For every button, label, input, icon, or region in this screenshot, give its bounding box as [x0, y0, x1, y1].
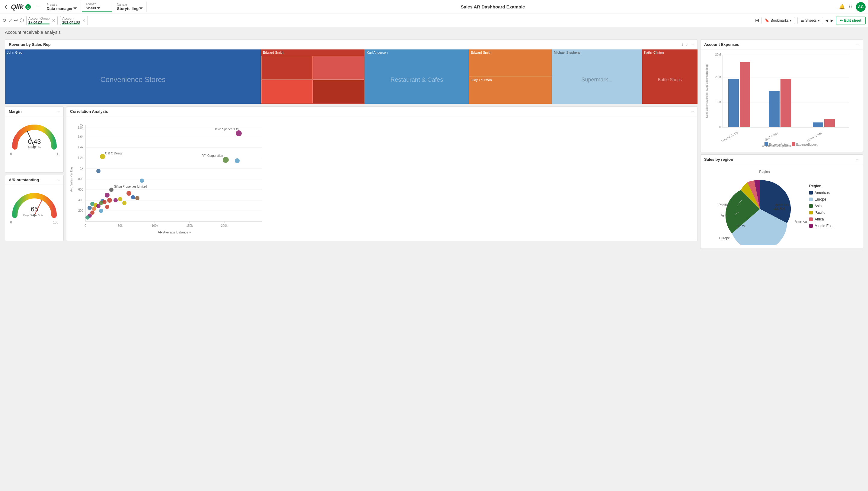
more-icon[interactable]: ···: [691, 42, 694, 47]
scatter-plot[interactable]: Avg Sales Per Day 200 400 600 800: [66, 116, 698, 241]
bell-icon[interactable]: 🔔: [839, 4, 845, 10]
account-group-filter-close[interactable]: ✕: [52, 18, 56, 23]
bookmarks-button[interactable]: 🔖 Bookmarks ▾: [761, 17, 795, 24]
pie-chart-svg: Region: [704, 167, 807, 245]
legend-africa: Africa: [809, 217, 834, 221]
expenses-chart[interactable]: Sum(ExpenseActual), Sum(ExpenseBudget) 0…: [700, 50, 863, 152]
undo-icon[interactable]: ↩: [14, 18, 18, 23]
account-filter-close[interactable]: ✕: [82, 18, 86, 23]
svg-point-73: [85, 215, 90, 220]
more-options-icon[interactable]: ···: [35, 2, 42, 11]
svg-text:600: 600: [78, 188, 83, 191]
nav-next-icon[interactable]: ▶: [831, 19, 833, 23]
sales-region-more-icon[interactable]: ···: [856, 157, 859, 162]
refresh-icon[interactable]: ↺: [2, 18, 6, 23]
expenses-bar-chart-svg: Sum(ExpenseActual), Sum(ExpenseBudget) 0…: [704, 52, 858, 148]
filter-tool-icons: ↺ ⤢ ↩ ⬡: [2, 18, 24, 23]
treemap-segment-karl-anderson[interactable]: Karl Anderson Restaurant & Cafes: [365, 50, 469, 104]
svg-point-44: [100, 154, 105, 159]
svg-text:General Costs: General Costs: [720, 131, 738, 143]
svg-text:Sum(ExpenseActual), Sum(Expens: Sum(ExpenseActual), Sum(ExpenseBudget): [705, 64, 708, 118]
ar-more-icon[interactable]: ···: [57, 178, 60, 182]
svg-text:Other Costs: Other Costs: [807, 132, 822, 142]
expenses-panel-header: Account Expenses ···: [700, 40, 863, 50]
bar-staff-actual[interactable]: [769, 91, 780, 127]
bar-staff-budget[interactable]: [781, 79, 791, 127]
treemap[interactable]: John Greg Convenience Stores Edward Smit…: [5, 50, 698, 104]
bar-general-actual[interactable]: [728, 79, 739, 127]
grid-view-icon[interactable]: ⊞: [755, 18, 759, 23]
sheets-button[interactable]: ☰ Sheets ▾: [797, 17, 823, 24]
bar-other-actual[interactable]: [813, 122, 823, 127]
svg-point-46: [223, 157, 229, 163]
nav-narrate[interactable]: Narrate Storytelling: [113, 2, 147, 12]
svg-point-70: [99, 209, 103, 213]
svg-text:10M: 10M: [715, 100, 721, 104]
svg-text:RFI Corporation: RFI Corporation: [202, 154, 223, 157]
correlation-panel: Correlation Analysis ··· Avg Sales Per D…: [66, 107, 698, 241]
top-navigation: Qlik Q ··· Prepare Data manager Analyze …: [0, 0, 868, 14]
treemap-segment-john-greg[interactable]: John Greg Convenience Stores: [5, 50, 261, 104]
margin-more-icon[interactable]: ···: [57, 110, 60, 114]
svg-text:0.43: 0.43: [28, 138, 41, 145]
expand-icon[interactable]: ⤢: [8, 18, 12, 23]
svg-text:≡ AccountGroupDesc: ≡ AccountGroupDesc: [762, 144, 791, 147]
revenue-panel-icons: ℹ ⤢ ···: [681, 42, 694, 47]
legend-middle-east: Middle East: [809, 224, 834, 228]
scatter-svg: Avg Sales Per Day 200 400 600 800: [69, 119, 268, 239]
svg-point-51: [109, 187, 113, 192]
margin-panel-header: Margin ···: [5, 107, 63, 116]
svg-point-59: [113, 198, 118, 202]
pie-chart-container[interactable]: Region: [704, 167, 807, 246]
correlation-more-icon[interactable]: ···: [691, 110, 694, 114]
svg-text:Americas: Americas: [775, 203, 789, 207]
bar-other-budget[interactable]: [824, 119, 835, 127]
expenses-more-icon[interactable]: ···: [856, 42, 859, 47]
account-group-filter[interactable]: AccountGroup 17 of 23 ✕: [26, 16, 58, 25]
qlik-logo-text: Qlik: [11, 3, 24, 11]
filter-right-controls: ⊞ 🔖 Bookmarks ▾ ☰ Sheets ▾ ◀ ▶ ✏ Edit sh…: [755, 17, 866, 24]
info-icon[interactable]: ℹ: [681, 42, 683, 47]
svg-text:400: 400: [78, 198, 83, 202]
fullscreen-icon[interactable]: ⤢: [685, 42, 689, 47]
user-avatar[interactable]: AC: [856, 2, 866, 12]
svg-point-69: [92, 207, 96, 211]
edit-sheet-button[interactable]: ✏ Edit sheet: [836, 17, 866, 24]
treemap-segment-orange[interactable]: Edward Smith Judy Thurman: [469, 50, 552, 104]
pie-legend: Region Americas Europe Asia: [809, 184, 834, 229]
treemap-segment-michael-stephens[interactable]: Michael Stephens Supermark...: [552, 50, 642, 104]
svg-point-63: [122, 201, 127, 205]
nav-prev-icon[interactable]: ◀: [825, 19, 828, 23]
svg-point-66: [96, 204, 101, 208]
revenue-panel-header: Revenue by Sales Rep ℹ ⤢ ···: [5, 40, 698, 50]
svg-text:0: 0: [719, 125, 721, 129]
svg-point-58: [107, 198, 112, 203]
account-filter[interactable]: Account 101 of 103 ✕: [60, 16, 88, 25]
nav-prepare[interactable]: Prepare Data manager: [43, 2, 81, 12]
sales-region-panel: Sales by region ··· Region: [700, 154, 863, 249]
margin-panel: Margin ···: [5, 107, 64, 173]
svg-point-67: [105, 205, 109, 209]
back-icon[interactable]: [2, 3, 10, 10]
treemap-segment-kathy-clinton[interactable]: Kathy Clinton Bottle Shops: [642, 50, 698, 104]
treemap-segment-edward-smith-1[interactable]: Edward Smith: [261, 50, 365, 104]
sales-region-content: Region: [700, 164, 863, 249]
grid-icon[interactable]: ⠿: [849, 4, 852, 10]
legend-asia: Asia: [809, 204, 834, 208]
app-logo[interactable]: Qlik Q: [2, 3, 31, 11]
svg-point-49: [96, 169, 101, 173]
svg-text:Staff Costs: Staff Costs: [764, 132, 779, 142]
nav-analyze[interactable]: Analyze Sheet: [82, 1, 112, 12]
correlation-panel-header: Correlation Analysis ···: [66, 107, 698, 116]
svg-text:33.7%: 33.7%: [737, 224, 746, 228]
redo-icon[interactable]: ⬡: [20, 18, 24, 23]
margin-gauge: 0.43 Margin % 0 1: [5, 116, 63, 161]
svg-text:1k: 1k: [80, 167, 84, 170]
bar-general-budget[interactable]: [740, 62, 750, 127]
svg-text:Asia: Asia: [721, 213, 727, 217]
svg-rect-89: [792, 142, 795, 146]
legend-americas: Americas: [809, 191, 834, 195]
svg-text:0: 0: [85, 224, 86, 227]
svg-text:50k: 50k: [118, 224, 123, 227]
svg-text:Sifton Properties Limited: Sifton Properties Limited: [114, 185, 147, 188]
